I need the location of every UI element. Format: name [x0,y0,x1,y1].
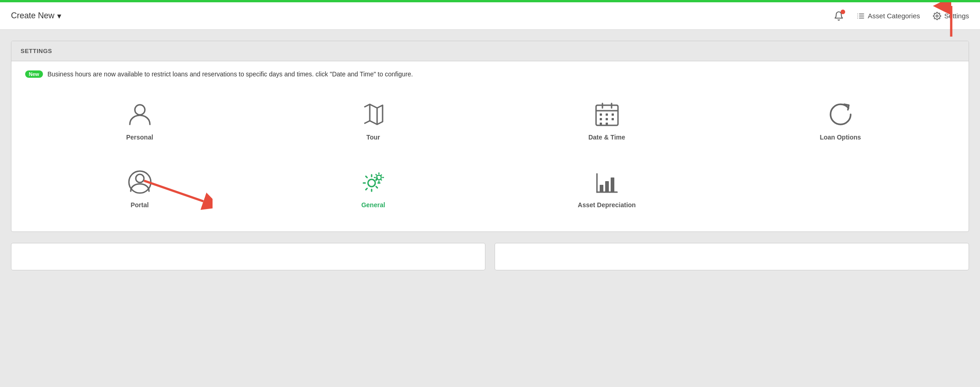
svg-rect-22 [600,123,602,125]
header-right: Asset Categories Settings [834,11,969,21]
create-new-button[interactable]: Create New ▾ [11,11,61,21]
new-banner: New Business hours are now available to … [25,70,955,78]
settings-item-asset-depreciation[interactable]: Asset Depreciation [492,159,721,218]
settings-section-title: SETTINGS [11,41,969,61]
svg-point-9 [135,105,145,115]
asset-depreciation-label: Asset Depreciation [578,201,636,209]
person-icon [126,101,154,128]
asset-categories-nav[interactable]: Asset Categories [857,12,920,20]
settings-item-portal[interactable]: Portal [25,159,254,218]
header: Create New ▾ [0,2,980,30]
portal-label: Portal [131,201,149,209]
map-icon [360,101,387,128]
person-circle-icon [126,168,154,196]
empty-slot [726,159,955,218]
personal-label: Personal [126,134,153,141]
asset-categories-label: Asset Categories [868,12,920,20]
settings-item-date-time[interactable]: Date & Time [492,91,721,150]
settings-item-personal[interactable]: Personal [25,91,254,150]
settings-grid: Personal Tour [25,91,955,218]
bottom-section [11,243,969,270]
svg-point-25 [136,174,144,183]
asset-categories-icon [857,12,865,20]
create-new-label: Create New [11,11,54,21]
refresh-icon [827,101,854,128]
notification-dot [841,10,845,14]
bottom-card-left [11,243,485,270]
general-label: General [361,201,385,209]
notification-bell-button[interactable] [834,11,844,21]
svg-rect-30 [600,185,603,192]
chevron-down-icon: ▾ [57,11,61,21]
date-time-label: Date & Time [588,134,625,141]
settings-item-general[interactable]: General [259,159,488,218]
new-badge: New [25,70,43,78]
svg-rect-32 [611,177,614,192]
svg-point-26 [368,179,375,187]
bottom-card-right [495,243,969,270]
svg-rect-21 [612,118,614,120]
svg-rect-31 [605,181,609,192]
settings-card: SETTINGS New Business hours are now avai… [11,41,969,232]
chart-icon [593,168,621,196]
tour-label: Tour [366,134,380,141]
calendar-icon [593,101,621,128]
svg-point-6 [936,15,938,17]
loan-options-label: Loan Options [820,134,861,141]
svg-rect-23 [606,123,608,125]
gear-green-icon [360,168,387,196]
svg-rect-20 [606,118,608,120]
settings-label: Settings [944,12,969,20]
svg-rect-17 [606,113,608,116]
svg-rect-16 [600,113,602,116]
settings-item-loan-options[interactable]: Loan Options [726,91,955,150]
main-content: SETTINGS New Business hours are now avai… [0,30,980,281]
banner-text: Business hours are now available to rest… [48,70,413,78]
settings-body: New Business hours are now available to … [11,61,969,231]
svg-rect-19 [600,118,602,120]
settings-gear-icon [933,12,941,20]
settings-item-tour[interactable]: Tour [259,91,488,150]
svg-rect-18 [612,113,614,116]
settings-nav[interactable]: Settings [933,12,969,20]
